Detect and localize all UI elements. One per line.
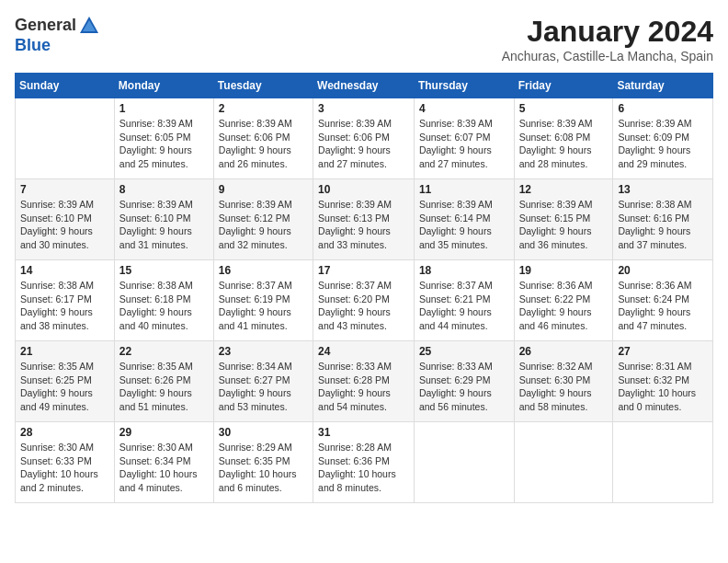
- day-number: 26: [519, 345, 609, 358]
- calendar-cell: 8Sunrise: 8:39 AMSunset: 6:10 PMDaylight…: [114, 179, 213, 260]
- cell-info: Sunrise: 8:32 AMSunset: 6:30 PMDaylight:…: [519, 360, 609, 414]
- day-number: 27: [618, 345, 708, 358]
- cell-info: Sunrise: 8:39 AMSunset: 6:14 PMDaylight:…: [419, 198, 509, 252]
- cell-info: Sunrise: 8:36 AMSunset: 6:22 PMDaylight:…: [519, 279, 609, 333]
- calendar-cell: 11Sunrise: 8:39 AMSunset: 6:14 PMDayligh…: [414, 179, 514, 260]
- calendar-cell: 16Sunrise: 8:37 AMSunset: 6:19 PMDayligh…: [213, 260, 313, 341]
- calendar-cell: 21Sunrise: 8:35 AMSunset: 6:25 PMDayligh…: [16, 341, 115, 422]
- cell-info: Sunrise: 8:38 AMSunset: 6:17 PMDaylight:…: [20, 279, 109, 333]
- day-number: 8: [119, 183, 209, 196]
- logo-blue: Blue: [15, 37, 100, 55]
- calendar-cell: 30Sunrise: 8:29 AMSunset: 6:35 PMDayligh…: [213, 422, 313, 503]
- day-number: 25: [419, 345, 509, 358]
- weekday-header-row: SundayMondayTuesdayWednesdayThursdayFrid…: [16, 74, 713, 98]
- day-number: 28: [20, 426, 109, 439]
- weekday-header-thursday: Thursday: [414, 74, 514, 98]
- calendar-table: SundayMondayTuesdayWednesdayThursdayFrid…: [15, 73, 713, 503]
- cell-info: Sunrise: 8:39 AMSunset: 6:06 PMDaylight:…: [318, 117, 409, 171]
- cell-info: Sunrise: 8:39 AMSunset: 6:05 PMDaylight:…: [119, 117, 209, 171]
- cell-info: Sunrise: 8:33 AMSunset: 6:29 PMDaylight:…: [419, 360, 509, 414]
- day-number: 2: [219, 102, 308, 115]
- day-number: 1: [119, 102, 209, 115]
- weekday-header-friday: Friday: [514, 74, 613, 98]
- calendar-cell: 10Sunrise: 8:39 AMSunset: 6:13 PMDayligh…: [313, 179, 415, 260]
- calendar-cell: 28Sunrise: 8:30 AMSunset: 6:33 PMDayligh…: [16, 422, 115, 503]
- calendar-cell: 2Sunrise: 8:39 AMSunset: 6:06 PMDaylight…: [213, 98, 313, 179]
- cell-info: Sunrise: 8:33 AMSunset: 6:28 PMDaylight:…: [318, 360, 409, 414]
- calendar-cell: 7Sunrise: 8:39 AMSunset: 6:10 PMDaylight…: [16, 179, 115, 260]
- day-number: 3: [318, 102, 409, 115]
- day-number: 15: [119, 264, 209, 277]
- month-year-title: January 2024: [502, 15, 713, 49]
- calendar-cell: 17Sunrise: 8:37 AMSunset: 6:20 PMDayligh…: [313, 260, 415, 341]
- cell-info: Sunrise: 8:36 AMSunset: 6:24 PMDaylight:…: [618, 279, 708, 333]
- cell-info: Sunrise: 8:38 AMSunset: 6:18 PMDaylight:…: [119, 279, 209, 333]
- calendar-cell: 3Sunrise: 8:39 AMSunset: 6:06 PMDaylight…: [313, 98, 415, 179]
- calendar-cell: 22Sunrise: 8:35 AMSunset: 6:26 PMDayligh…: [114, 341, 213, 422]
- cell-info: Sunrise: 8:39 AMSunset: 6:08 PMDaylight:…: [519, 117, 609, 171]
- cell-info: Sunrise: 8:39 AMSunset: 6:10 PMDaylight:…: [20, 198, 109, 252]
- day-number: 21: [20, 345, 109, 358]
- day-number: 29: [119, 426, 209, 439]
- header: General Blue January 2024 Anchuras, Cast…: [15, 15, 713, 63]
- cell-info: Sunrise: 8:29 AMSunset: 6:35 PMDaylight:…: [219, 441, 308, 495]
- title-area: January 2024 Anchuras, Castille-La Manch…: [502, 15, 713, 63]
- calendar-week-row: 1Sunrise: 8:39 AMSunset: 6:05 PMDaylight…: [16, 98, 713, 179]
- calendar-cell: 29Sunrise: 8:30 AMSunset: 6:34 PMDayligh…: [114, 422, 213, 503]
- day-number: 6: [618, 102, 708, 115]
- calendar-cell: 18Sunrise: 8:37 AMSunset: 6:21 PMDayligh…: [414, 260, 514, 341]
- day-number: 11: [419, 183, 509, 196]
- cell-info: Sunrise: 8:37 AMSunset: 6:20 PMDaylight:…: [318, 279, 409, 333]
- day-number: 4: [419, 102, 509, 115]
- weekday-header-tuesday: Tuesday: [213, 74, 313, 98]
- cell-info: Sunrise: 8:39 AMSunset: 6:15 PMDaylight:…: [519, 198, 609, 252]
- day-number: 13: [618, 183, 708, 196]
- calendar-cell: 14Sunrise: 8:38 AMSunset: 6:17 PMDayligh…: [16, 260, 115, 341]
- day-number: 23: [219, 345, 308, 358]
- day-number: 22: [119, 345, 209, 358]
- weekday-header-wednesday: Wednesday: [313, 74, 415, 98]
- day-number: 5: [519, 102, 609, 115]
- cell-info: Sunrise: 8:39 AMSunset: 6:13 PMDaylight:…: [318, 198, 409, 252]
- calendar-cell: [613, 422, 713, 503]
- day-number: 30: [219, 426, 308, 439]
- calendar-cell: 1Sunrise: 8:39 AMSunset: 6:05 PMDaylight…: [114, 98, 213, 179]
- calendar-cell: 27Sunrise: 8:31 AMSunset: 6:32 PMDayligh…: [613, 341, 713, 422]
- cell-info: Sunrise: 8:39 AMSunset: 6:12 PMDaylight:…: [219, 198, 308, 252]
- day-number: 17: [318, 264, 409, 277]
- calendar-cell: 15Sunrise: 8:38 AMSunset: 6:18 PMDayligh…: [114, 260, 213, 341]
- calendar-cell: 5Sunrise: 8:39 AMSunset: 6:08 PMDaylight…: [514, 98, 613, 179]
- cell-info: Sunrise: 8:30 AMSunset: 6:34 PMDaylight:…: [119, 441, 209, 495]
- cell-info: Sunrise: 8:34 AMSunset: 6:27 PMDaylight:…: [219, 360, 308, 414]
- cell-info: Sunrise: 8:37 AMSunset: 6:19 PMDaylight:…: [219, 279, 308, 333]
- cell-info: Sunrise: 8:37 AMSunset: 6:21 PMDaylight:…: [419, 279, 509, 333]
- calendar-week-row: 7Sunrise: 8:39 AMSunset: 6:10 PMDaylight…: [16, 179, 713, 260]
- calendar-cell: 25Sunrise: 8:33 AMSunset: 6:29 PMDayligh…: [414, 341, 514, 422]
- day-number: 18: [419, 264, 509, 277]
- cell-info: Sunrise: 8:38 AMSunset: 6:16 PMDaylight:…: [618, 198, 708, 252]
- calendar-cell: 23Sunrise: 8:34 AMSunset: 6:27 PMDayligh…: [213, 341, 313, 422]
- day-number: 10: [318, 183, 409, 196]
- weekday-header-monday: Monday: [114, 74, 213, 98]
- day-number: 9: [219, 183, 308, 196]
- calendar-cell: 24Sunrise: 8:33 AMSunset: 6:28 PMDayligh…: [313, 341, 415, 422]
- cell-info: Sunrise: 8:39 AMSunset: 6:09 PMDaylight:…: [618, 117, 708, 171]
- logo-icon: [78, 15, 100, 37]
- calendar-cell: 26Sunrise: 8:32 AMSunset: 6:30 PMDayligh…: [514, 341, 613, 422]
- cell-info: Sunrise: 8:39 AMSunset: 6:10 PMDaylight:…: [119, 198, 209, 252]
- calendar-cell: 20Sunrise: 8:36 AMSunset: 6:24 PMDayligh…: [613, 260, 713, 341]
- calendar-cell: 6Sunrise: 8:39 AMSunset: 6:09 PMDaylight…: [613, 98, 713, 179]
- weekday-header-sunday: Sunday: [16, 74, 115, 98]
- day-number: 24: [318, 345, 409, 358]
- cell-info: Sunrise: 8:28 AMSunset: 6:36 PMDaylight:…: [318, 441, 409, 495]
- calendar-cell: 19Sunrise: 8:36 AMSunset: 6:22 PMDayligh…: [514, 260, 613, 341]
- logo-text: General Blue: [15, 15, 100, 55]
- location-subtitle: Anchuras, Castille-La Mancha, Spain: [502, 49, 713, 63]
- weekday-header-saturday: Saturday: [613, 74, 713, 98]
- day-number: 31: [318, 426, 409, 439]
- calendar-cell: [514, 422, 613, 503]
- day-number: 16: [219, 264, 308, 277]
- cell-info: Sunrise: 8:39 AMSunset: 6:06 PMDaylight:…: [219, 117, 308, 171]
- day-number: 14: [20, 264, 109, 277]
- logo-area: General Blue: [15, 15, 100, 55]
